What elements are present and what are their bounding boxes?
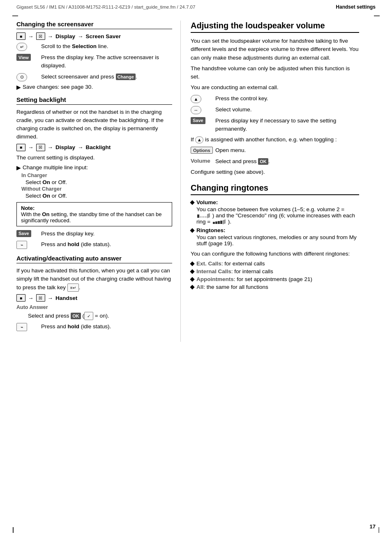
mark-bottom-right: | (378, 526, 380, 533)
on-label-2: On (42, 193, 50, 199)
save-wrap-ls: Save (191, 117, 214, 124)
backlight-intro: Regardless of whether or not the handset… (16, 108, 172, 141)
talk-key-icon: ≡↵ (67, 283, 79, 292)
menu-icon-3: ■ (16, 294, 25, 302)
backlight-save-step: Save Press the display key. (16, 230, 172, 238)
loudspeaker-step-2-text: Select volume. (215, 106, 359, 114)
diamond-icon-4 (190, 270, 194, 274)
loudspeaker-step-1: ▲ Press the control key. (191, 94, 359, 103)
auto-answer-nav: ■ → ☒ → Handset (16, 294, 172, 302)
save-label-icon: Save (16, 230, 31, 237)
save-note-text: Save changes: see page 30. (23, 84, 93, 90)
end-icon-wrap-2: ⌁ (16, 323, 39, 331)
loudspeaker-step-3: Save Press display key if necessary to s… (191, 117, 359, 134)
in-charger-group: In Charger Select On or Off. (21, 173, 172, 185)
settings-icon-2: ☒ (36, 144, 45, 151)
internal-calls-label: Internal Calls (196, 268, 231, 274)
change-text: Change multiple line input: (23, 164, 88, 171)
ext-calls-text: Ext. Calls: for external calls (196, 260, 265, 267)
backlight-section: Setting backlight Regardless of whether … (16, 96, 172, 249)
end-call-icon: ⌁ (16, 241, 27, 249)
page-number: 17 (370, 523, 376, 530)
note-box: Note: With the On setting, the standby t… (16, 202, 172, 226)
on-label-1: On (42, 179, 50, 185)
mark-bottom-left: | (12, 526, 14, 533)
scroll-icon-wrap: ↵ (16, 42, 39, 51)
backlight-end-step: ⌁ Press and hold (idle status). (16, 240, 172, 249)
return-icon: ↵ (16, 43, 27, 51)
auto-answer-end-step: ⌁ Press and hold (idle status). (16, 323, 172, 331)
loudspeaker-step-2: ↔ Select volume. (191, 106, 359, 114)
end-call-icon-2: ⌁ (16, 323, 27, 331)
circle-nav-wrap: ⊙ (16, 73, 39, 81)
ok-button: OK (71, 313, 81, 319)
screensaver-nav: ■ → ☒ → Display → Screen Saver (16, 32, 172, 40)
backlight-end-text: Press and hold (idle status). (41, 240, 172, 249)
display-menu-2: Display (55, 144, 75, 150)
ringtones-title: Changing ringtones (191, 183, 359, 195)
backlight-save-text: Press the display key. (41, 230, 172, 238)
note-title: Note: (21, 205, 168, 211)
volume-wrap: Volume (191, 157, 214, 164)
volume-bar-2 (197, 214, 210, 218)
internal-calls-item: Internal Calls: for internal calls (191, 268, 359, 274)
ext-calls-item: Ext. Calls: for external calls (191, 260, 359, 267)
appointments-text: Appointments: for set appointments (page… (196, 276, 312, 282)
auto-answer-section: Activating/deactivating auto answer If y… (16, 255, 172, 331)
ext-calls-label: Ext. Calls (196, 260, 221, 267)
volume-bullet-text: You can choose between five volumes (1–5… (196, 206, 359, 225)
header-file-path: Gigaset SL56 / IM1 EN / A31008-M1752-R11… (16, 5, 195, 9)
all-text: All: the same for all functions (196, 284, 268, 290)
screensaver-title: Changing the screensaver (16, 21, 172, 29)
control-key-wrap: ▲ (191, 94, 214, 103)
screensaver-step-3-text: Select screensaver and press Change. (41, 73, 172, 81)
volume-bullet-label: Volume: (196, 199, 218, 205)
options-text: Open menu. (215, 146, 359, 154)
screensaver-step-1: ↵ Scroll to the Selection line. (16, 42, 172, 51)
crescendo-bar (213, 220, 226, 224)
check-icon: ✓ (84, 312, 93, 320)
ringtones-bullet-content: Ringtones: You can select various ringto… (196, 227, 359, 247)
without-charger-group: Without Charger Select On or Off. (21, 186, 172, 199)
auto-answer-intro: If you have activated this function, whe… (16, 267, 172, 292)
loudspeaker-section: Adjusting the loudspeaker volume You can… (191, 21, 359, 176)
menu-icon: ■ (16, 32, 25, 40)
diamond-icon-3 (190, 262, 194, 266)
diamond-icon-2 (190, 228, 194, 233)
mark-top-left: — (12, 12, 18, 19)
handset-menu: Handset (55, 295, 77, 301)
auto-answer-label-row: Auto Answer (16, 304, 172, 310)
options-wrap: Options (191, 146, 214, 154)
mark-top-right: — (374, 12, 380, 19)
appointments-item: Appointments: for set appointments (page… (191, 276, 359, 282)
hold-label: hold (68, 241, 80, 247)
options-button: Options (191, 147, 213, 154)
diamond-icon-6 (190, 285, 194, 290)
save-label-wrap: Save (16, 230, 39, 237)
without-charger-label: Without Charger (21, 186, 172, 192)
settings-icon-3: ☒ (36, 294, 45, 302)
change-button: Change (116, 74, 136, 80)
volume-bullet-content: Volume: You can choose between five volu… (196, 199, 359, 225)
all-item: All: the same for all functions (191, 284, 359, 290)
nav-arrow-wrap: ↔ (191, 106, 214, 114)
backlight-menu: Backlight (86, 144, 111, 150)
volume-bullet: Volume: You can choose between five volu… (191, 199, 359, 225)
in-charger-label: In Charger (21, 173, 172, 178)
screensaver-save-note: ▶ Save changes: see page 30. (16, 84, 172, 90)
loudspeaker-intro-3: You are conducting an external call. (191, 83, 359, 92)
selection-label: Selection (72, 43, 97, 49)
loudspeaker-intro-1: You can set the loudspeaker volume for h… (191, 37, 359, 62)
backlight-nav: ■ → ☒ → Display → Backlight (16, 144, 172, 151)
without-charger-instruction: Select On or Off. (25, 193, 172, 199)
page-marks-top: — — (0, 12, 392, 19)
control-key-ref: ▲ (195, 136, 203, 143)
ringtones-bullet: Ringtones: You can select various ringto… (191, 227, 359, 247)
nav-arrow-icon: ↔ (191, 106, 201, 114)
ringtones-section: Changing ringtones Volume: You can choos… (191, 183, 359, 290)
change-arrow: ▶ (16, 164, 21, 171)
note-text: With the On setting, the standby time of… (21, 211, 168, 224)
screensaver-step-2-text: Press the display key. The active screen… (41, 53, 172, 70)
volume-step: Volume Select and press OK. (191, 157, 359, 166)
screensaver-menu: Screen Saver (86, 33, 121, 39)
